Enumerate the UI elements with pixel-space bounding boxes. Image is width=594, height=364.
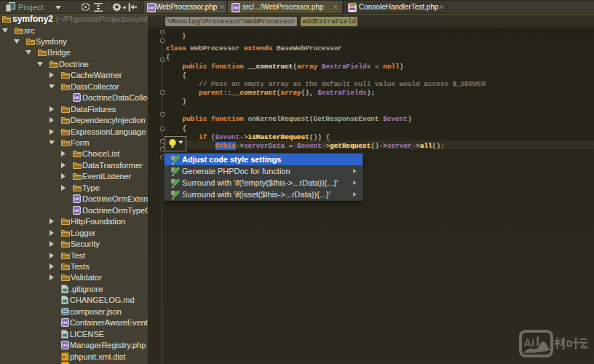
svg-text:AI: AI [524, 337, 535, 349]
